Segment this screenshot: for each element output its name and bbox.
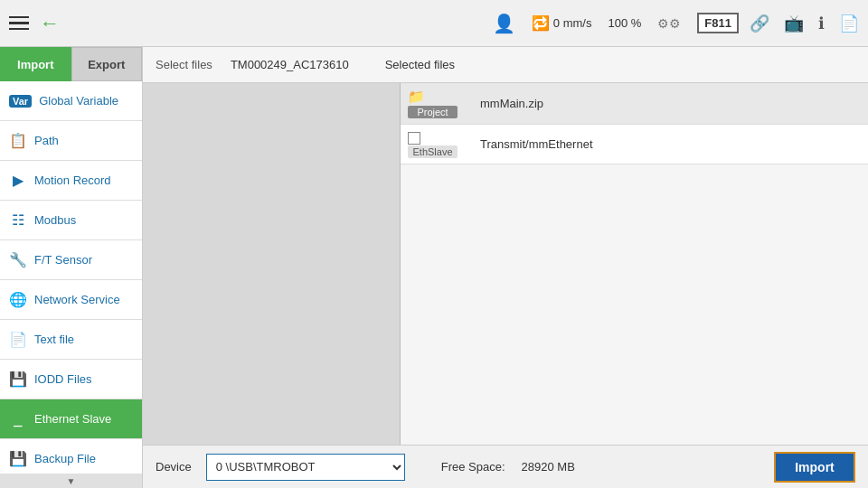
topbar: ← 👤 🔁 0 mm/s 100 % ⚙⚙ F811 🔗 📺 ℹ 📄 bbox=[0, 0, 868, 47]
freespace-label: Free Space: bbox=[441, 460, 505, 474]
device-name-value: TM000249_AC173610 bbox=[231, 58, 349, 71]
freespace-value: 28920 MB bbox=[522, 460, 575, 474]
backup-icon: 💾 bbox=[9, 450, 27, 467]
sidebar-item-label: Network Service bbox=[34, 293, 120, 306]
person-icon: 👤 bbox=[493, 13, 515, 34]
sidebar-item-label: Backup File bbox=[34, 452, 96, 465]
scroll-down-arrow[interactable]: ▼ bbox=[0, 474, 142, 488]
sidebar-item-text-file[interactable]: 📄 Text file bbox=[0, 320, 142, 360]
sidebar-item-backup-file[interactable]: 💾 Backup File bbox=[0, 439, 142, 474]
import-button[interactable]: Import bbox=[774, 452, 855, 483]
selected-files-panel: 📁 Project mmMain.zip EthSlave Transmit bbox=[401, 83, 868, 445]
sidebar-item-label: Global Variable bbox=[39, 94, 118, 108]
info-icon[interactable]: ℹ bbox=[818, 14, 825, 33]
log-icon[interactable]: 📄 bbox=[839, 14, 859, 33]
speed-icon: 🔁 bbox=[532, 14, 550, 32]
device-label: Device bbox=[156, 460, 192, 474]
sidebar-scroll: Var Global Variable 📋 Path ▶ Motion Reco… bbox=[0, 81, 142, 474]
var-icon: Var bbox=[9, 95, 32, 108]
sidebar-item-network-service[interactable]: 🌐 Network Service bbox=[0, 280, 142, 320]
path-icon: 📋 bbox=[9, 132, 27, 149]
file-tag-project: Project bbox=[408, 106, 458, 118]
back-button[interactable]: ← bbox=[40, 12, 60, 35]
table-row[interactable]: 📁 Project mmMain.zip bbox=[401, 83, 868, 125]
motion-icon: ▶ bbox=[9, 172, 27, 189]
file-browser-panel bbox=[143, 83, 401, 445]
main-layout: Import Export Var Global Variable 📋 Path… bbox=[0, 47, 868, 488]
select-files-label: Select files bbox=[156, 58, 212, 71]
selected-files-label: Selected files bbox=[385, 58, 455, 71]
content-header: Select files TM000249_AC173610 Selected … bbox=[143, 47, 868, 83]
network-icon: 🌐 bbox=[9, 291, 27, 308]
selected-files-table: 📁 Project mmMain.zip EthSlave Transmit bbox=[401, 83, 868, 164]
iodd-icon: 💾 bbox=[9, 371, 27, 388]
screen-icon[interactable]: 📺 bbox=[784, 14, 804, 33]
sidebar: Import Export Var Global Variable 📋 Path… bbox=[0, 47, 143, 488]
sidebar-item-label: Motion Record bbox=[34, 174, 111, 187]
robot-icon: ⚙⚙ bbox=[657, 16, 681, 31]
file-name-cell: Transmit/mmEthernet bbox=[473, 125, 868, 164]
folder-icon: 📁 bbox=[408, 89, 425, 104]
sidebar-item-global-variable[interactable]: Var Global Variable bbox=[0, 81, 142, 121]
device-select[interactable]: 0 \USB\TMROBOT bbox=[206, 454, 405, 481]
speed-display: 🔁 0 mm/s bbox=[532, 14, 592, 32]
export-tab[interactable]: Export bbox=[71, 47, 143, 81]
ethernet-icon: ⎯ bbox=[9, 411, 27, 427]
sidebar-item-label: Text file bbox=[34, 333, 74, 346]
menu-icon[interactable] bbox=[9, 16, 29, 31]
sidebar-item-ft-sensor[interactable]: 🔧 F/T Sensor bbox=[0, 240, 142, 280]
connect-icon[interactable]: 🔗 bbox=[750, 14, 769, 33]
speed-value: 0 mm/s bbox=[553, 16, 592, 30]
sidebar-item-label: Modbus bbox=[34, 213, 76, 227]
sidebar-item-iodd-files[interactable]: 💾 IODD Files bbox=[0, 360, 142, 399]
sidebar-item-label: IODD Files bbox=[34, 372, 92, 386]
textfile-icon: 📄 bbox=[9, 331, 27, 348]
sidebar-item-label: F/T Sensor bbox=[34, 253, 92, 267]
sidebar-item-path[interactable]: 📋 Path bbox=[0, 121, 142, 161]
file-checkbox[interactable] bbox=[408, 132, 420, 145]
sidebar-item-motion-record[interactable]: ▶ Motion Record bbox=[0, 161, 142, 201]
sidebar-item-modbus[interactable]: ☷ Modbus bbox=[0, 201, 142, 240]
mode-badge: F811 bbox=[697, 13, 739, 33]
content-area: Select files TM000249_AC173610 Selected … bbox=[143, 47, 868, 488]
zoom-percent: 100 % bbox=[608, 16, 641, 30]
file-name-cell: mmMain.zip bbox=[473, 83, 868, 125]
sidebar-item-ethernet-slave[interactable]: ⎯ Ethernet Slave bbox=[0, 399, 142, 439]
bottom-bar: Device 0 \USB\TMROBOT Free Space: 28920 … bbox=[143, 445, 868, 488]
table-row[interactable]: EthSlave Transmit/mmEthernet bbox=[401, 125, 868, 164]
ft-icon: 🔧 bbox=[9, 251, 27, 268]
content-panels: 📁 Project mmMain.zip EthSlave Transmit bbox=[143, 83, 868, 445]
sidebar-item-label: Ethernet Slave bbox=[34, 412, 111, 426]
modbus-icon: ☷ bbox=[9, 211, 27, 229]
import-tab[interactable]: Import bbox=[0, 47, 71, 81]
sidebar-tabs: Import Export bbox=[0, 47, 142, 81]
file-tag-ethslave: EthSlave bbox=[408, 145, 458, 158]
sidebar-item-label: Path bbox=[34, 134, 59, 147]
